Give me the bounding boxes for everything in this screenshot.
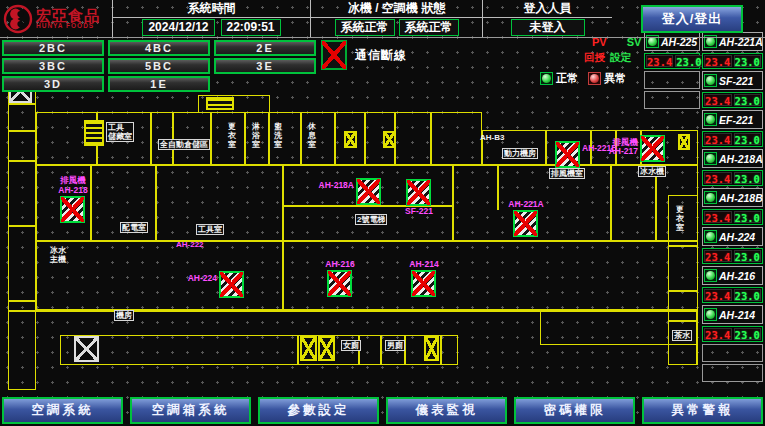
room-label: AH-B3 xyxy=(480,133,504,142)
floor-button-4BC[interactable]: 4BC xyxy=(108,40,210,56)
unit-AH-218A[interactable]: AH-218A xyxy=(702,149,763,168)
wall xyxy=(610,165,612,240)
sv-value: 23.0 xyxy=(734,172,762,184)
normal-label: 正常 xyxy=(556,71,578,86)
abnormal-led-icon xyxy=(588,72,601,85)
normal-led-icon xyxy=(540,72,553,85)
floor-button-5BC[interactable]: 5BC xyxy=(108,58,210,74)
pv-value: 23.4 xyxy=(704,250,732,262)
wall xyxy=(8,130,36,132)
nav-button-密碼權限[interactable]: 密碼權限 xyxy=(514,397,635,424)
floor-button-1E[interactable]: 1E xyxy=(108,76,210,92)
room-label: 女廁 xyxy=(341,340,361,351)
fan-unit-排風機-AH-218[interactable]: 排風機 AH-218 xyxy=(60,196,85,223)
nav-button-參數設定[interactable]: 參數設定 xyxy=(258,397,379,424)
pv-value: 23.4 xyxy=(646,55,673,67)
wall xyxy=(364,112,366,165)
wall xyxy=(297,335,299,365)
unit-name-label: AH-218A xyxy=(719,153,763,165)
fan-unit-AH-224[interactable]: AH-224 xyxy=(219,271,244,298)
system-clock-value: 22:09:51 xyxy=(221,19,281,36)
unit-AH-214[interactable]: AH-214 xyxy=(702,305,763,324)
machine-status-label: 冰機 / 空調機 狀態 xyxy=(311,0,482,18)
login-logout-button[interactable]: 登入/登出 xyxy=(641,5,743,33)
floor-button-2E[interactable]: 2E xyxy=(214,40,316,56)
unit-EF-221[interactable]: EF-221 xyxy=(702,110,763,129)
unit-column-left: AH-22523.423.0 xyxy=(644,32,700,109)
unit-status-led xyxy=(704,191,717,204)
fan-unit-label: AH-221A xyxy=(502,200,550,209)
unit-temps: 23.423.0 xyxy=(702,248,763,264)
unit-status-led xyxy=(704,152,717,165)
fan-offline-icon xyxy=(406,179,431,206)
chiller-status-value: 系統正常 xyxy=(335,19,395,36)
fan-unit-AH-221B[interactable]: AH-221B xyxy=(555,141,580,168)
sv-value: 23.0 xyxy=(734,133,762,145)
header-bar: 宏亞食品 HUNYA FOODS 系統時間 2024/12/12 22:09:5… xyxy=(0,0,765,38)
fan-offline-icon xyxy=(356,178,381,205)
pv-value: 23.4 xyxy=(704,55,732,67)
wall xyxy=(696,310,698,365)
nav-button-空調系統[interactable]: 空調系統 xyxy=(2,397,123,424)
fan-unit-SF-221[interactable]: SF-221 xyxy=(406,179,431,206)
stairs-icon xyxy=(206,97,234,110)
wall xyxy=(668,290,698,292)
empty-slot xyxy=(644,71,700,89)
floor-buttons: 2BC4BC2E3BC5BC3E3D1E xyxy=(2,40,314,92)
wall xyxy=(8,160,36,162)
fan-unit-AH-218A[interactable]: AH-218A xyxy=(356,178,381,205)
fan-offline-icon xyxy=(327,270,352,297)
unit-AH-218B[interactable]: AH-218B xyxy=(702,188,763,207)
floor-button-3E[interactable]: 3E xyxy=(214,58,316,74)
fan-unit-AH-221A[interactable]: AH-221A xyxy=(513,210,538,237)
unit-name-label: AH-218B xyxy=(719,192,763,204)
floor-button-3D[interactable]: 3D xyxy=(2,76,104,92)
wall xyxy=(300,112,302,165)
empty-slot xyxy=(644,91,700,109)
wall xyxy=(155,165,157,240)
unit-AH-224[interactable]: AH-224 xyxy=(702,227,763,246)
wall xyxy=(334,112,336,165)
unit-temps: 23.423.0 xyxy=(702,53,763,69)
wall xyxy=(8,225,36,227)
room-label: 工具室 xyxy=(196,224,224,235)
setpoint-label: 設定 xyxy=(610,52,631,63)
wall xyxy=(268,112,270,165)
nav-button-儀表監視[interactable]: 儀表監視 xyxy=(386,397,507,424)
unit-SF-221[interactable]: SF-221 xyxy=(702,71,763,90)
floor-button-3BC[interactable]: 3BC xyxy=(2,58,104,74)
fan-unit-排風機-AH-217[interactable]: 排風機 AH-217 xyxy=(640,135,665,162)
wall xyxy=(150,112,152,165)
unit-status-led xyxy=(704,113,717,126)
unit-AH-216[interactable]: AH-216 xyxy=(702,266,763,285)
room-label: 男廁 xyxy=(385,340,405,351)
unit-temps: 23.423.0 xyxy=(702,131,763,147)
floor-button-2BC[interactable]: 2BC xyxy=(2,40,104,56)
machine-status-section: 冰機 / 空調機 狀態 系統正常 系統正常 xyxy=(310,0,482,37)
fan-unit-AH-214[interactable]: AH-214 xyxy=(411,270,436,297)
wall xyxy=(282,165,284,310)
unit-name-label: AH-214 xyxy=(719,309,755,321)
wall xyxy=(430,112,432,165)
nav-button-空調箱系統[interactable]: 空調箱系統 xyxy=(130,397,251,424)
unit-status-led xyxy=(704,269,717,282)
fan-unit-AH-216[interactable]: AH-216 xyxy=(327,270,352,297)
unit-name-label: AH-216 xyxy=(719,270,755,282)
login-section: 登入人員 未登入 xyxy=(482,0,612,37)
wall xyxy=(8,300,36,302)
sv-value: 23.0 xyxy=(734,328,762,340)
fan-offline-icon xyxy=(219,271,244,298)
wall xyxy=(545,130,547,165)
nav-button-異常警報[interactable]: 異常警報 xyxy=(642,397,763,424)
elevator-icon xyxy=(424,336,439,361)
elevator-icon xyxy=(383,131,396,148)
header-button-area: 登入/登出 xyxy=(612,0,765,37)
pv-value: 23.4 xyxy=(704,289,732,301)
wall xyxy=(452,165,454,240)
login-label: 登入人員 xyxy=(483,0,612,18)
fan-unit-label: AH-214 xyxy=(400,260,448,269)
wall xyxy=(440,335,442,365)
unit-name-label: SF-221 xyxy=(719,75,753,87)
pv-label: PV xyxy=(592,37,607,48)
fan-unit-label: SF-221 xyxy=(395,207,443,216)
